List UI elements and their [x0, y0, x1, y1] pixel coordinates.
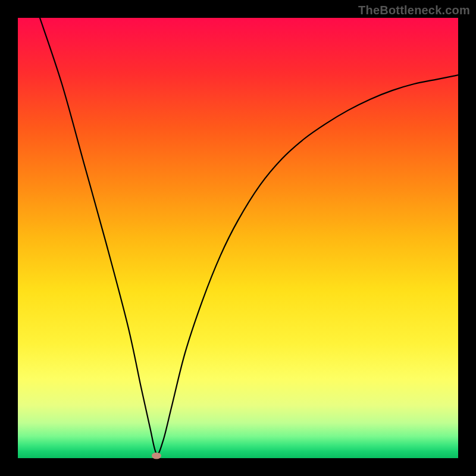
- watermark-text: TheBottleneck.com: [358, 4, 470, 17]
- chart-frame: TheBottleneck.com: [0, 0, 476, 476]
- curve-svg: [18, 18, 458, 458]
- plot-area: [18, 18, 458, 458]
- optimal-point-marker: [152, 452, 161, 459]
- bottleneck-curve: [40, 18, 458, 454]
